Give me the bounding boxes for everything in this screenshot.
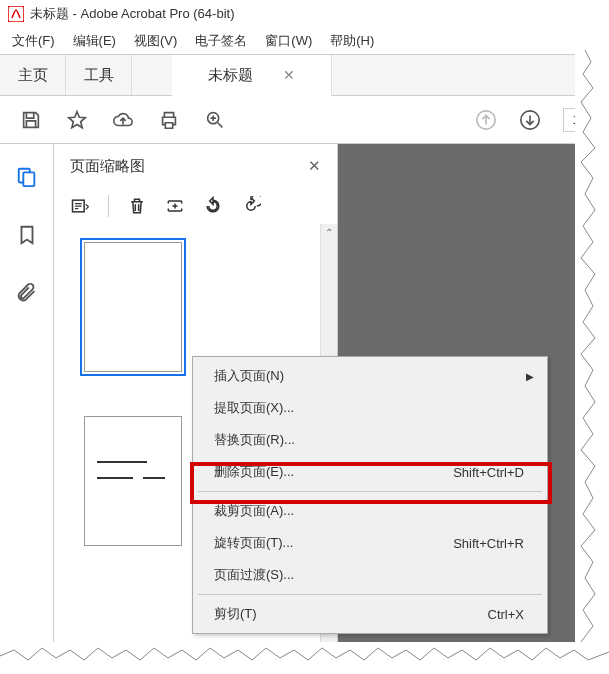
panel-header: 页面缩略图 ✕ (54, 144, 337, 188)
menu-item-label: 旋转页面(T)... (214, 534, 293, 552)
trash-icon[interactable] (127, 196, 147, 216)
attachment-icon[interactable] (16, 282, 38, 304)
context-menu: 插入页面(N) ▶ 提取页面(X)... 替换页面(R)... 删除页面(E).… (192, 356, 548, 634)
menu-separator (198, 594, 542, 595)
rotate-cw-icon[interactable] (241, 196, 261, 216)
page-thumbnail[interactable] (84, 416, 182, 546)
menu-item-label: 页面过渡(S)... (214, 566, 294, 584)
menu-insert-page[interactable]: 插入页面(N) ▶ (196, 360, 544, 392)
menu-shortcut: Shift+Ctrl+D (453, 465, 524, 480)
menu-shortcut: Ctrl+X (488, 607, 524, 622)
tab-home[interactable]: 主页 (0, 55, 66, 95)
menu-view[interactable]: 视图(V) (126, 30, 185, 52)
star-icon[interactable] (66, 109, 88, 131)
tab-home-label: 主页 (18, 66, 48, 85)
acrobat-app-icon (8, 6, 24, 22)
left-rail (0, 144, 54, 674)
menu-item-label: 裁剪页面(A)... (214, 502, 294, 520)
svg-rect-5 (23, 172, 34, 186)
insert-icon[interactable] (165, 196, 185, 216)
options-icon[interactable] (70, 196, 90, 216)
submenu-arrow-icon: ▶ (526, 371, 534, 382)
menu-separator (198, 491, 542, 492)
cloud-upload-icon[interactable] (112, 109, 134, 131)
menu-item-label: 提取页面(X)... (214, 399, 294, 417)
panel-title: 页面缩略图 (70, 157, 145, 176)
tabbar: 主页 工具 未标题 ✕ (0, 54, 609, 96)
menubar: 文件(F) 编辑(E) 视图(V) 电子签名 窗口(W) 帮助(H) (0, 28, 609, 54)
close-icon[interactable]: ✕ (308, 157, 321, 175)
close-icon[interactable]: ✕ (283, 67, 295, 83)
thumbnails-icon[interactable] (16, 166, 38, 188)
menu-window[interactable]: 窗口(W) (257, 30, 320, 52)
menu-cut[interactable]: 剪切(T) Ctrl+X (196, 598, 544, 630)
menu-item-label: 替换页面(R)... (214, 431, 295, 449)
titlebar: 未标题 - Adobe Acrobat Pro (64-bit) (0, 0, 609, 28)
rotate-ccw-icon[interactable] (203, 196, 223, 216)
menu-delete-page[interactable]: 删除页面(E)... Shift+Ctrl+D (196, 456, 544, 488)
menu-item-label: 插入页面(N) (214, 367, 284, 385)
menu-item-label: 剪切(T) (214, 605, 257, 623)
page-down-icon[interactable] (519, 109, 541, 131)
menu-rotate-page[interactable]: 旋转页面(T)... Shift+Ctrl+R (196, 527, 544, 559)
svg-rect-0 (8, 6, 24, 22)
menu-extract-page[interactable]: 提取页面(X)... (196, 392, 544, 424)
menu-help[interactable]: 帮助(H) (322, 30, 382, 52)
toolbar: 1 (0, 96, 609, 144)
menu-edit[interactable]: 编辑(E) (65, 30, 124, 52)
panel-toolbar (54, 188, 337, 224)
page-number-field[interactable]: 1 (563, 108, 589, 132)
toolbar-right: 1 (475, 108, 589, 132)
page-thumbnail[interactable] (84, 242, 182, 372)
menu-shortcut: Shift+Ctrl+R (453, 536, 524, 551)
print-icon[interactable] (158, 109, 180, 131)
search-icon[interactable] (204, 109, 226, 131)
save-icon[interactable] (20, 109, 42, 131)
menu-file[interactable]: 文件(F) (4, 30, 63, 52)
menu-crop-page[interactable]: 裁剪页面(A)... (196, 495, 544, 527)
tab-document-label: 未标题 (208, 66, 253, 85)
tab-tools[interactable]: 工具 (66, 55, 132, 95)
window-title: 未标题 - Adobe Acrobat Pro (64-bit) (30, 5, 234, 23)
menu-esign[interactable]: 电子签名 (187, 30, 255, 52)
menu-page-transition[interactable]: 页面过渡(S)... (196, 559, 544, 591)
scroll-up-icon[interactable]: ⌃ (321, 224, 337, 241)
tab-tools-label: 工具 (84, 66, 114, 85)
tab-document[interactable]: 未标题 ✕ (172, 55, 332, 96)
page-up-icon[interactable] (475, 109, 497, 131)
menu-item-label: 删除页面(E)... (214, 463, 294, 481)
menu-replace-page[interactable]: 替换页面(R)... (196, 424, 544, 456)
bookmark-icon[interactable] (16, 224, 38, 246)
